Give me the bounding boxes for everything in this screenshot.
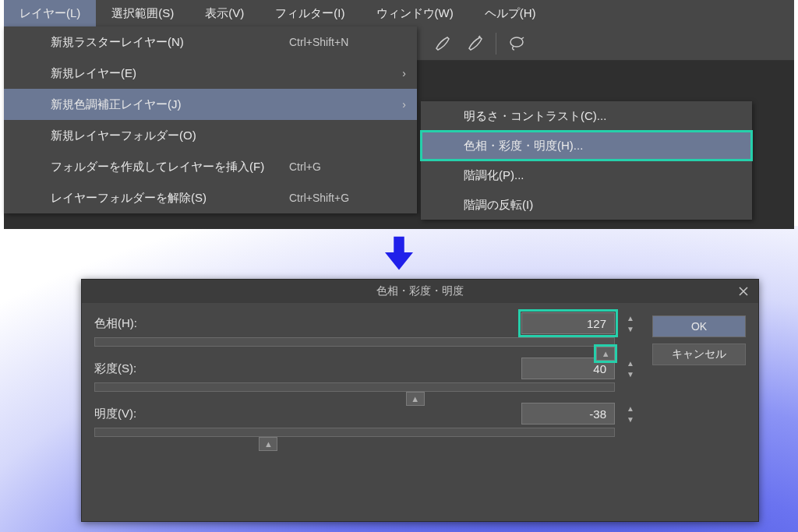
menu-create-folder-insert[interactable]: フォルダーを作成してレイヤーを挿入(F) Ctrl+G — [4, 151, 417, 182]
menu-new-raster-layer[interactable]: 新規ラスターレイヤー(N) Ctrl+Shift+N — [4, 26, 417, 58]
adjustment-submenu: 明るさ・コントラスト(C)... 色相・彩度・明度(H)... 階調化(P)..… — [421, 101, 752, 220]
submenu-posterize[interactable]: 階調化(P)... — [421, 160, 752, 190]
hue-slider[interactable] — [94, 337, 615, 347]
menubar: レイヤー(L) 選択範囲(S) 表示(V) フィルター(I) ウィンドウ(W) … — [4, 0, 794, 26]
chevron-up-icon[interactable]: ▲ — [623, 358, 638, 368]
menu-filter[interactable]: フィルター(I) — [260, 0, 360, 26]
dialog-title: 色相・彩度・明度 — [82, 280, 758, 303]
lightness-input[interactable]: -38 — [521, 403, 615, 425]
lightness-slider[interactable] — [94, 428, 615, 437]
menu-selection[interactable]: 選択範囲(S) — [96, 0, 189, 26]
lasso-icon[interactable] — [504, 31, 529, 56]
close-button[interactable] — [729, 280, 758, 303]
lightness-slider-handle[interactable]: ▲ — [259, 437, 277, 451]
submenu-invert[interactable]: 階調の反転(I) — [421, 190, 752, 220]
chevron-up-icon[interactable]: ▲ — [623, 313, 638, 322]
menu-new-layer[interactable]: 新規レイヤー(E) › — [4, 58, 417, 89]
chevron-up-icon[interactable]: ▲ — [623, 403, 638, 413]
hue-slider-handle[interactable]: ▲ — [596, 347, 615, 361]
toolbar-divider — [496, 33, 496, 55]
arrow-down-icon — [378, 231, 420, 276]
hue-spinner[interactable]: ▲ ▼ — [623, 313, 638, 333]
hue-label: 色相(H): — [94, 316, 188, 331]
menu-window[interactable]: ウィンドウ(W) — [361, 0, 469, 26]
saturation-input[interactable]: 40 — [521, 358, 615, 379]
chevron-down-icon[interactable]: ▼ — [623, 414, 638, 424]
hue-saturation-dialog: 色相・彩度・明度 色相(H): 127 ▲ ▼ ▲ 彩度(S): — [81, 279, 759, 522]
chevron-down-icon[interactable]: ▼ — [623, 369, 638, 379]
submenu-hue-saturation[interactable]: 色相・彩度・明度(H)... — [421, 131, 752, 160]
menu-help[interactable]: ヘルプ(H) — [469, 0, 552, 26]
chevron-down-icon[interactable]: ▼ — [623, 324, 638, 333]
saturation-spinner[interactable]: ▲ ▼ — [623, 358, 638, 379]
cancel-button[interactable]: キャンセル — [652, 344, 746, 365]
brush-edit-icon[interactable] — [463, 31, 488, 56]
saturation-label: 彩度(S): — [94, 361, 188, 376]
menu-view[interactable]: 表示(V) — [189, 0, 260, 26]
layer-dropdown: 新規ラスターレイヤー(N) Ctrl+Shift+N 新規レイヤー(E) › 新… — [4, 26, 417, 213]
lightness-spinner[interactable]: ▲ ▼ — [623, 403, 638, 424]
brush-icon[interactable] — [430, 31, 455, 56]
lightness-label: 明度(V): — [94, 407, 188, 421]
hue-input[interactable]: 127 — [521, 312, 615, 334]
menu-new-layer-folder[interactable]: 新規レイヤーフォルダー(O) — [4, 120, 417, 151]
ok-button[interactable]: OK — [652, 315, 746, 337]
chevron-right-icon: › — [390, 67, 406, 79]
menu-new-adjustment-layer[interactable]: 新規色調補正レイヤー(J) › — [4, 89, 417, 120]
svg-point-0 — [510, 37, 523, 47]
chevron-right-icon: › — [390, 98, 406, 111]
menu-layer[interactable]: レイヤー(L) — [4, 0, 96, 26]
saturation-slider-handle[interactable]: ▲ — [406, 392, 425, 406]
submenu-brightness-contrast[interactable]: 明るさ・コントラスト(C)... — [421, 101, 752, 131]
menu-release-layer-folder[interactable]: レイヤーフォルダーを解除(S) Ctrl+Shift+G — [4, 182, 417, 213]
saturation-slider[interactable] — [94, 382, 615, 392]
